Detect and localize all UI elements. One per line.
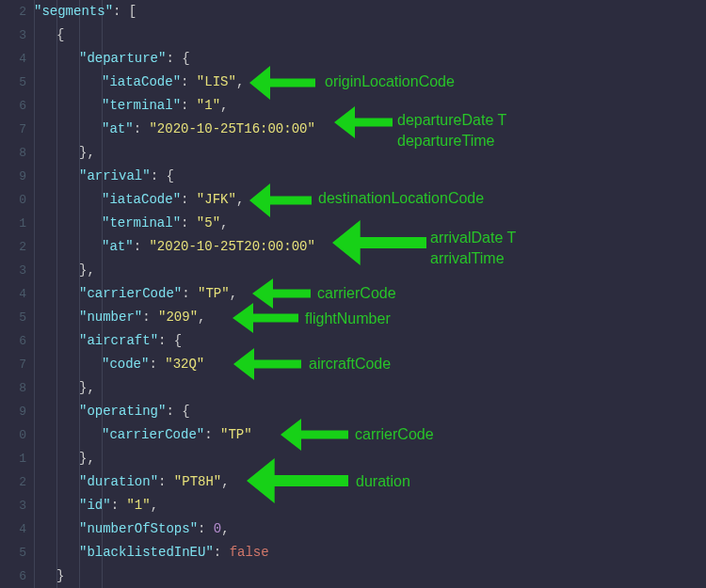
line-number: 4 [0,517,26,541]
code-line: 3{ [34,24,706,47]
line-number: 5 [0,541,26,564]
code-editor: 2"segments": [ 3{ 4"departure": { 5"iata… [0,0,706,588]
code-line: 7"at": "2020-10-25T16:00:00" [34,118,706,141]
line-number: 3 [0,259,26,282]
code-line: 9"arrival": { [34,165,706,188]
line-number: 1 [0,212,26,235]
code-line: 3"id": "1", [34,494,706,517]
line-number: 2 [0,470,26,494]
line-number: 4 [0,47,26,71]
line-number: 6 [0,564,26,588]
code-line: 5"number": "209", [34,306,706,329]
line-number: 8 [0,376,26,400]
code-line: 7"code": "32Q" [34,353,706,376]
line-number: 6 [0,94,26,118]
code-line: 3}, [34,259,706,282]
code-line: 6"terminal": "1", [34,94,706,118]
code-line: 6} [34,564,706,588]
line-number: 3 [0,24,26,47]
line-number: 0 [0,423,26,447]
line-number: 5 [0,71,26,94]
code-line: 0"carrierCode": "TP" [34,423,706,447]
code-line: 5"blacklistedInEU": false [34,541,706,564]
line-number: 0 [0,188,26,212]
line-number: 9 [0,165,26,188]
line-number: 6 [0,329,26,353]
code-line: 5"iataCode": "LIS", [34,71,706,94]
line-number: 4 [0,282,26,306]
code-line: 2"at": "2020-10-25T20:00:00" [34,235,706,259]
code-line: 8}, [34,141,706,165]
line-number: 3 [0,494,26,517]
code-line: 4"carrierCode": "TP", [34,282,706,306]
code-line: 1"terminal": "5", [34,212,706,235]
code-line: 4"departure": { [34,47,706,71]
line-number: 7 [0,353,26,376]
code-line: 2"segments": [ [34,0,706,24]
code-line: 1}, [34,447,706,470]
line-number: 9 [0,400,26,423]
code-line: 4"numberOfStops": 0, [34,517,706,541]
code-line: 0"iataCode": "JFK", [34,188,706,212]
line-number: 8 [0,141,26,165]
line-number: 2 [0,0,26,24]
code-line: 8}, [34,376,706,400]
line-number: 7 [0,118,26,141]
line-number: 5 [0,306,26,329]
line-number: 1 [0,447,26,470]
code-line: 6"aircraft": { [34,329,706,353]
line-number: 2 [0,235,26,259]
code-line: 2"duration": "PT8H", [34,470,706,494]
code-line: 9"operating": { [34,400,706,423]
